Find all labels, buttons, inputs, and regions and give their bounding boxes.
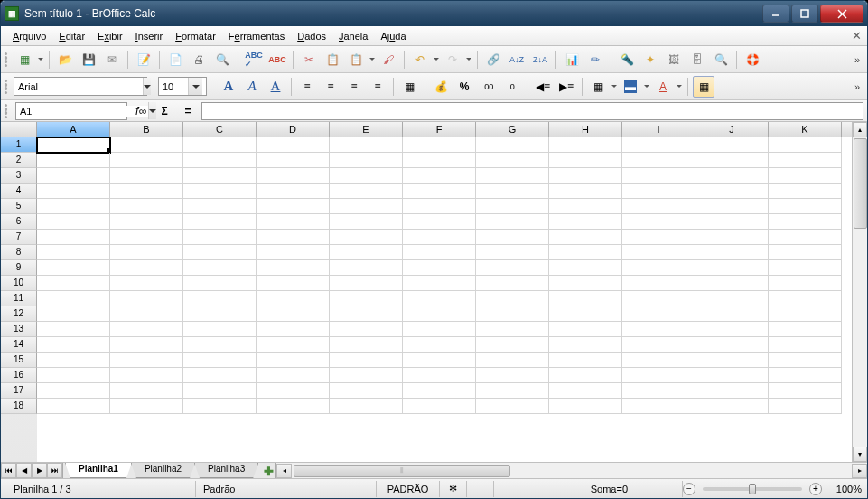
font-name-combo[interactable] <box>14 77 147 96</box>
cell-J3[interactable] <box>695 168 769 184</box>
cell-H9[interactable] <box>549 260 622 276</box>
cell-D4[interactable] <box>257 184 330 199</box>
cell-C3[interactable] <box>183 168 257 184</box>
font-name-dropdown[interactable] <box>143 78 151 95</box>
cell-F1[interactable] <box>403 137 476 153</box>
sort-asc-button[interactable]: A↓Z <box>506 49 527 71</box>
cell-B13[interactable] <box>110 322 183 337</box>
cell-J15[interactable] <box>695 353 769 368</box>
cell-K1[interactable] <box>769 137 842 153</box>
scroll-up-button[interactable]: ▴ <box>853 122 867 137</box>
row-header-16[interactable]: 16 <box>1 368 37 383</box>
show-draw-button[interactable]: ✏ <box>584 49 606 71</box>
cell-E2[interactable] <box>330 153 403 168</box>
tab-next-button[interactable]: ▶ <box>32 463 47 478</box>
cell-J12[interactable] <box>695 306 769 322</box>
cell-K14[interactable] <box>769 337 842 353</box>
column-header-C[interactable]: C <box>183 122 257 137</box>
cell-E3[interactable] <box>330 168 403 184</box>
status-sum[interactable]: Soma=0 <box>494 481 683 497</box>
cell-F11[interactable] <box>403 291 476 306</box>
cell-H2[interactable] <box>549 153 622 168</box>
row-header-2[interactable]: 2 <box>1 153 37 168</box>
cell-D11[interactable] <box>257 291 330 306</box>
cell-B6[interactable] <box>110 214 183 230</box>
cell-G15[interactable] <box>476 353 549 368</box>
cell-A13[interactable] <box>37 322 110 337</box>
menu-janela[interactable]: Janela <box>332 29 374 43</box>
zoom-in-button[interactable]: + <box>809 483 822 495</box>
bgcolor-button[interactable]: ▬ <box>620 76 641 98</box>
cell-G12[interactable] <box>476 306 549 322</box>
cell-K8[interactable] <box>769 245 842 260</box>
cell-F18[interactable] <box>403 399 476 414</box>
cell-G4[interactable] <box>476 184 549 199</box>
row-header-3[interactable]: 3 <box>1 168 37 184</box>
zoom-slider-thumb[interactable] <box>749 484 756 494</box>
cell-reference-input[interactable] <box>16 106 148 117</box>
redo-button[interactable]: ↷ <box>442 49 463 71</box>
cell-C6[interactable] <box>183 214 257 230</box>
cell-B15[interactable] <box>110 353 183 368</box>
cell-F6[interactable] <box>403 214 476 230</box>
cell-K15[interactable] <box>769 353 842 368</box>
gallery-button[interactable]: 🖼 <box>663 49 685 71</box>
column-header-H[interactable]: H <box>549 122 622 137</box>
column-header-B[interactable]: B <box>110 122 183 137</box>
tab-last-button[interactable]: ⏭ <box>47 463 62 478</box>
toolbar-grip[interactable] <box>5 78 10 96</box>
fontcolor-button[interactable]: A <box>652 76 674 98</box>
cell-C10[interactable] <box>183 276 257 291</box>
cell-C16[interactable] <box>183 368 257 383</box>
align-justify-button[interactable]: ≡ <box>367 76 388 98</box>
status-signature[interactable] <box>467 481 494 497</box>
cell-F13[interactable] <box>403 322 476 337</box>
hscroll-thumb[interactable]: ⦀ <box>294 465 510 477</box>
cell-E14[interactable] <box>330 337 403 353</box>
name-box[interactable] <box>15 102 127 120</box>
cell-H4[interactable] <box>549 184 622 199</box>
cell-G2[interactable] <box>476 153 549 168</box>
cell-B14[interactable] <box>110 337 183 353</box>
cell-C5[interactable] <box>183 199 257 214</box>
format-paintbrush-button[interactable]: 🖌 <box>378 49 399 71</box>
cell-D15[interactable] <box>257 353 330 368</box>
cell-A5[interactable] <box>37 199 110 214</box>
select-all-corner[interactable] <box>1 122 37 137</box>
cell-C13[interactable] <box>183 322 257 337</box>
cell-E18[interactable] <box>330 399 403 414</box>
cell-F7[interactable] <box>403 230 476 245</box>
cell-F17[interactable] <box>403 383 476 399</box>
currency-button[interactable]: 💰 <box>430 76 452 98</box>
new-doc-dropdown[interactable] <box>37 55 44 63</box>
cell-I16[interactable] <box>622 368 695 383</box>
status-mode[interactable]: PADRÃO <box>377 481 440 497</box>
help-button[interactable]: 🛟 <box>742 49 763 71</box>
row-header-4[interactable]: 4 <box>1 184 37 199</box>
hyperlink-button[interactable]: 🔗 <box>482 49 504 71</box>
increase-indent-button[interactable]: ▶≡ <box>555 76 577 98</box>
row-header-5[interactable]: 5 <box>1 199 37 214</box>
align-left-button[interactable]: ≡ <box>296 76 318 98</box>
cell-D12[interactable] <box>257 306 330 322</box>
cell-F2[interactable] <box>403 153 476 168</box>
datasources-button[interactable]: 🗄 <box>686 49 708 71</box>
cell-J6[interactable] <box>695 214 769 230</box>
cell-E15[interactable] <box>330 353 403 368</box>
minimize-button[interactable] <box>762 5 789 23</box>
cell-B16[interactable] <box>110 368 183 383</box>
maximize-button[interactable] <box>791 5 818 23</box>
font-size-input[interactable] <box>163 81 188 92</box>
cell-C8[interactable] <box>183 245 257 260</box>
cell-D10[interactable] <box>257 276 330 291</box>
cell-E12[interactable] <box>330 306 403 322</box>
cell-C2[interactable] <box>183 153 257 168</box>
borders-button[interactable]: ▦ <box>587 76 609 98</box>
cell-D14[interactable] <box>257 337 330 353</box>
function-wizard-button[interactable]: f∞ <box>131 102 151 120</box>
fontcolor-dropdown[interactable] <box>676 82 683 90</box>
cell-D2[interactable] <box>257 153 330 168</box>
cell-G3[interactable] <box>476 168 549 184</box>
cell-I6[interactable] <box>622 214 695 230</box>
zoom-button[interactable]: 🔍 <box>710 49 732 71</box>
